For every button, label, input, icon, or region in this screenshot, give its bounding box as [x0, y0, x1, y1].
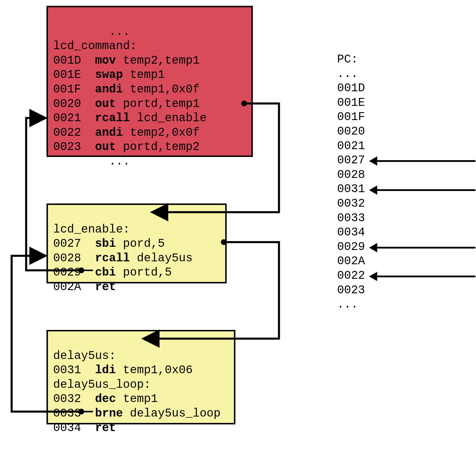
pc-value: 0033: [337, 211, 365, 226]
pc-trace-column: PC:...001D001E001F0020002100270028003100…: [337, 52, 365, 312]
code-line: 001E swap temp1: [53, 68, 165, 81]
ellipsis: ...: [53, 25, 130, 38]
label-lcd-enable: lcd_enable:: [53, 223, 130, 236]
code-line: 002A ret: [53, 281, 116, 294]
code-line: 0023 out portd,temp2: [53, 140, 200, 153]
pc-value: 0034: [337, 225, 365, 240]
pc-value: 0022: [337, 269, 365, 283]
code-line: 0021 rcall lcd_enable: [53, 112, 207, 125]
pc-header: PC:: [337, 52, 365, 67]
pc-value: 0023: [337, 283, 365, 298]
pc-value: 0021: [337, 139, 365, 153]
code-block-delay5us: delay5us: 0031 ldi temp1,0x06 delay5us_l…: [46, 330, 235, 424]
pc-value: 0032: [337, 196, 365, 211]
code-line: 0028 rcall delay5us: [53, 252, 193, 265]
pc-value: 0031: [337, 182, 365, 196]
pc-value: 0020: [337, 124, 365, 139]
label-lcd-command: lcd_command:: [53, 40, 137, 53]
pc-value: 001D: [337, 81, 365, 96]
code-line: 0029 cbi portd,5: [53, 266, 172, 279]
code-block-lcd-enable: lcd_enable: 0027 sbi pord,5 0028 rcall d…: [46, 203, 227, 283]
code-line: 0022 andi temp2,0x0f: [53, 126, 200, 139]
pc-value: 001E: [337, 96, 365, 110]
code-block-lcd-command: ... lcd_command: 001D mov temp2,temp1 00…: [46, 6, 253, 157]
label-delay5us: delay5us:: [53, 349, 116, 362]
pc-value: 0027: [337, 153, 365, 168]
pc-value: ...: [337, 67, 365, 81]
code-line: 0032 dec temp1: [53, 392, 158, 405]
pc-value: 0029: [337, 240, 365, 254]
code-line: 0020 out portd,temp1: [53, 97, 200, 110]
pc-value: ...: [337, 297, 365, 312]
code-line: 0031 ldi temp1,0x06: [53, 364, 193, 377]
pc-value: 002A: [337, 254, 365, 269]
pc-value: 0028: [337, 168, 365, 182]
label-delay5us-loop: delay5us_loop:: [53, 378, 151, 391]
ellipsis: ...: [53, 155, 130, 168]
pc-value: 001F: [337, 110, 365, 124]
code-line: 0033 brne delay5us_loop: [53, 407, 221, 420]
code-line: 0034 ret: [53, 421, 116, 435]
code-line: 001F andi temp1,0x0f: [53, 83, 200, 96]
code-line: 001D mov temp2,temp1: [53, 54, 200, 67]
code-line: 0027 sbi pord,5: [53, 237, 165, 250]
